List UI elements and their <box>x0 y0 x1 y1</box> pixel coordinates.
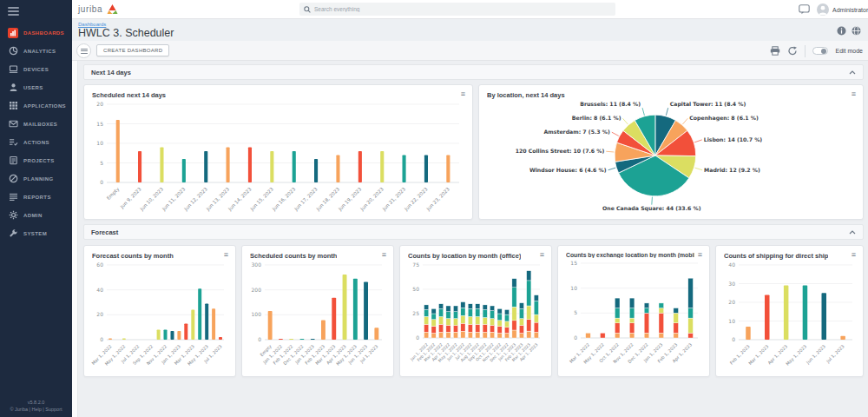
card-scheduled-next-14-days: Scheduled next 14 days ≡ 05101520EmptyJu… <box>83 84 473 220</box>
sidebar: DASHBOARDS ANALYTICS DEVICES USERS APPLI… <box>0 0 72 417</box>
sidebar-item-label: MAILBOXES <box>23 122 57 127</box>
sidebar-item-devices[interactable]: DEVICES <box>0 60 72 78</box>
chart-menu-icon[interactable]: ≡ <box>698 252 702 258</box>
svg-text:0: 0 <box>258 336 261 342</box>
panel-toggle-button[interactable] <box>76 43 91 58</box>
print-icon[interactable] <box>770 46 780 56</box>
sidebar-collapse-icon[interactable] <box>8 7 19 16</box>
sidebar-item-projects[interactable]: PROJECTS <box>0 151 72 169</box>
chart-title: Forecast counts by month <box>92 252 174 260</box>
svg-text:15: 15 <box>570 260 577 266</box>
bar-chart-scheduled-counts: 0100200300EmptyJan 1, 2022Feb 1, 2022Dec… <box>246 260 386 369</box>
user-menu[interactable]: Administrator <box>832 0 868 19</box>
sidebar-item-dashboards[interactable]: DASHBOARDS <box>0 23 72 42</box>
sidebar-item-actions[interactable]: ACTIONS <box>0 133 72 151</box>
card-by-location-next-14-days: By location, next 14 days ≡ Capital Towe… <box>478 84 864 220</box>
sidebar-footer: v5.8.2.0 © Juriba | Help | Support <box>0 399 72 413</box>
sidebar-item-label: ADMIN <box>23 213 43 218</box>
svg-text:120 Collins Street: 10 (7.6 %): 120 Collins Street: 10 (7.6 %) <box>516 148 605 154</box>
sidebar-item-planning[interactable]: PLANNING <box>0 169 72 188</box>
svg-text:25: 25 <box>412 310 419 316</box>
dashboard-toolbar: CREATE DASHBOARD Edit mode <box>72 41 868 61</box>
svg-text:300: 300 <box>252 261 262 268</box>
svg-text:10: 10 <box>728 318 735 324</box>
analytics-icon <box>8 46 18 56</box>
sidebar-item-label: REPORTS <box>23 195 51 200</box>
sidebar-item-users[interactable]: USERS <box>0 78 72 96</box>
sidebar-item-system[interactable]: SYSTEM <box>0 224 72 242</box>
svg-text:5: 5 <box>574 309 577 315</box>
svg-text:200: 200 <box>252 287 262 293</box>
bar-chart-direct-ship: 010203040Feb 1, 2023Mar 1, 2023Apr 1, 20… <box>720 260 857 369</box>
search-input[interactable] <box>314 6 611 12</box>
sidebar-item-admin[interactable]: ADMIN <box>0 206 72 224</box>
svg-text:40: 40 <box>96 287 103 293</box>
chart-title: Counts of shipping for direct ship <box>724 252 828 260</box>
svg-text:20: 20 <box>728 299 735 305</box>
svg-text:10: 10 <box>96 140 103 146</box>
section-title: Next 14 days <box>91 69 131 76</box>
info-icon[interactable] <box>837 26 846 36</box>
svg-text:Jun 23, 2023: Jun 23, 2023 <box>424 186 451 212</box>
chat-icon[interactable] <box>799 4 810 15</box>
chart-title: Counts by location by month (office) <box>408 252 521 260</box>
app-logo-triangle-icon <box>107 4 118 15</box>
svg-text:Mar 1, 2023: Mar 1, 2023 <box>747 343 770 366</box>
section-header-next-14-days[interactable]: Next 14 days <box>83 64 864 80</box>
chart-menu-icon[interactable]: ≡ <box>852 252 856 258</box>
svg-text:0: 0 <box>100 179 103 185</box>
mailboxes-icon <box>8 119 18 129</box>
chart-menu-icon[interactable]: ≡ <box>382 252 386 258</box>
page-title: HWLC 3. Scheduler <box>78 27 174 39</box>
svg-text:Madrid: 12 (9.2 %): Madrid: 12 (9.2 %) <box>704 167 760 173</box>
svg-text:60: 60 <box>96 261 103 268</box>
app-version: v5.8.2.0 <box>0 399 72 406</box>
edit-mode-toggle[interactable] <box>812 47 828 55</box>
section-header-forecast[interactable]: Forecast <box>83 224 864 240</box>
chevron-up-icon[interactable] <box>849 70 856 75</box>
page-header: Dashboards HWLC 3. Scheduler <box>72 19 868 41</box>
svg-text:One Canada Square: 44 (33.6 %): One Canada Square: 44 (33.6 %) <box>602 205 701 212</box>
sidebar-item-analytics[interactable]: ANALYTICS <box>0 42 72 60</box>
svg-text:75: 75 <box>412 261 419 268</box>
svg-text:0: 0 <box>732 336 735 342</box>
section-title: Forecast <box>91 228 118 236</box>
chart-menu-icon[interactable]: ≡ <box>540 252 544 258</box>
svg-text:40: 40 <box>728 261 735 268</box>
globe-icon[interactable] <box>852 26 861 36</box>
refresh-icon[interactable] <box>787 46 798 56</box>
avatar[interactable] <box>817 3 829 16</box>
sidebar-item-applications[interactable]: APPLICATIONS <box>0 96 72 115</box>
svg-text:Brussels: 11 (8.4 %): Brussels: 11 (8.4 %) <box>580 101 641 107</box>
svg-text:0: 0 <box>100 336 103 342</box>
svg-text:100: 100 <box>252 311 262 317</box>
sidebar-item-label: DASHBOARDS <box>23 30 64 36</box>
sidebar-item-label: DEVICES <box>23 67 49 72</box>
reports-icon <box>8 192 18 202</box>
chart-menu-icon[interactable]: ≡ <box>461 91 465 97</box>
chart-menu-icon[interactable]: ≡ <box>224 252 228 258</box>
sidebar-item-label: ANALYTICS <box>23 49 56 54</box>
chevron-up-icon[interactable] <box>849 230 856 235</box>
svg-text:5: 5 <box>100 160 103 166</box>
svg-text:0: 0 <box>416 334 419 341</box>
applications-icon <box>8 101 18 111</box>
search-icon <box>304 6 311 13</box>
chart-menu-icon[interactable]: ≡ <box>852 91 856 97</box>
card-counts-by-location-office: Counts by location by month (office) ≡ 0… <box>399 245 552 377</box>
system-wrench-icon <box>8 228 18 239</box>
sidebar-item-mailboxes[interactable]: MAILBOXES <box>0 115 72 133</box>
admin-gear-icon <box>8 210 18 221</box>
stacked-bar-chart-mobile: 051015Mar 1, 2022May 1, 2022Oct 1, 2022N… <box>562 258 702 367</box>
dashboards-icon <box>8 28 18 38</box>
svg-text:Capital Tower: 11 (8.4 %): Capital Tower: 11 (8.4 %) <box>670 101 746 108</box>
stacked-bar-chart-office: 0255075Jan 1, 2022Feb 1, 2022Mar 1, 2022… <box>404 260 544 369</box>
svg-text:10: 10 <box>570 285 577 291</box>
svg-text:Jun 1, 2023: Jun 1, 2023 <box>805 343 826 365</box>
sidebar-item-label: USERS <box>23 85 43 90</box>
sidebar-item-reports[interactable]: REPORTS <box>0 188 72 206</box>
devices-icon <box>8 64 18 75</box>
app-copyright-links[interactable]: © Juriba | Help | Support <box>0 406 72 413</box>
svg-text:Empty: Empty <box>106 186 122 202</box>
create-dashboard-button[interactable]: CREATE DASHBOARD <box>96 44 169 56</box>
